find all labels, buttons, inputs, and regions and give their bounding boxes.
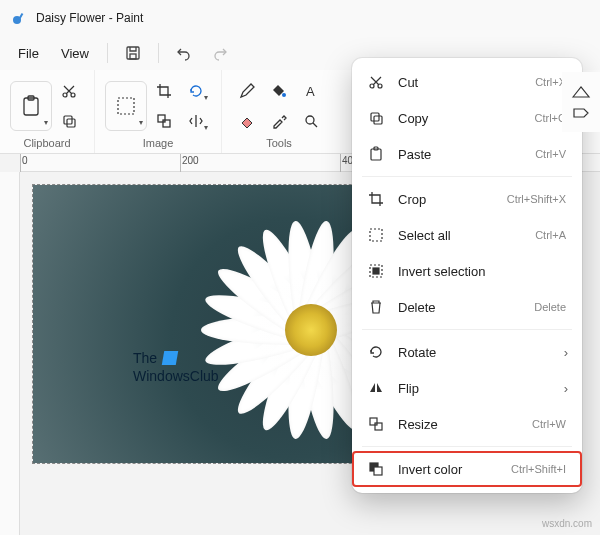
- text-tool[interactable]: A: [296, 77, 326, 105]
- context-menu-item-invcolor[interactable]: Invert colorCtrl+Shift+I: [352, 451, 582, 487]
- context-menu-label: Select all: [398, 228, 521, 243]
- context-menu-shortcut: Ctrl+Shift+I: [511, 463, 566, 475]
- context-menu-label: Delete: [398, 300, 520, 315]
- svg-rect-2: [127, 47, 139, 59]
- rotate-button[interactable]: ▾: [181, 77, 211, 105]
- crop-icon: [368, 191, 384, 207]
- triangle-shape-icon[interactable]: [571, 85, 591, 99]
- flip-button[interactable]: ▾: [181, 107, 211, 135]
- svg-rect-26: [375, 423, 382, 430]
- ruler-vertical: [0, 172, 20, 535]
- delete-icon: [368, 299, 384, 315]
- svg-rect-8: [64, 116, 72, 124]
- svg-rect-20: [371, 149, 381, 160]
- app-icon: [12, 10, 28, 26]
- zoom-tool[interactable]: [296, 107, 326, 135]
- resize-icon: [368, 416, 384, 432]
- context-menu-label: Rotate: [398, 345, 566, 360]
- context-menu-shortcut: Ctrl+V: [535, 148, 566, 160]
- menu-file[interactable]: File: [8, 40, 49, 67]
- ribbon-group-tools: A Tools: [222, 70, 336, 153]
- svg-rect-3: [130, 54, 136, 59]
- context-menu-item-delete[interactable]: DeleteDelete: [352, 289, 582, 325]
- context-menu-shortcut: Ctrl+Shift+X: [507, 193, 566, 205]
- context-menu-item-invsel[interactable]: Invert selection: [352, 253, 582, 289]
- ribbon-group-image: ▾ ▾ ▾ Image: [95, 70, 222, 153]
- context-menu-shortcut: Delete: [534, 301, 566, 313]
- svg-text:A: A: [306, 84, 315, 99]
- group-label-image: Image: [143, 137, 174, 151]
- pencil-tool[interactable]: [232, 77, 262, 105]
- paste-button[interactable]: ▾: [10, 81, 52, 131]
- context-menu-item-flip[interactable]: Flip: [352, 370, 582, 406]
- svg-rect-10: [118, 98, 134, 114]
- context-menu-shortcut: Ctrl+W: [532, 418, 566, 430]
- context-menu-item-crop[interactable]: CropCtrl+Shift+X: [352, 181, 582, 217]
- svg-rect-19: [374, 116, 382, 124]
- selectall-icon: [368, 227, 384, 243]
- cut-icon: [368, 74, 384, 90]
- svg-rect-24: [373, 268, 379, 274]
- context-menu-separator: [362, 329, 572, 330]
- resize-button[interactable]: [149, 107, 179, 135]
- eraser-tool[interactable]: [232, 107, 262, 135]
- context-menu-label: Invert color: [398, 462, 497, 477]
- context-menu-separator: [362, 176, 572, 177]
- copy-button[interactable]: [54, 107, 84, 135]
- title-bar: Daisy Flower - Paint: [0, 0, 600, 36]
- fill-tool[interactable]: [264, 77, 294, 105]
- context-menu-item-selectall[interactable]: Select allCtrl+A: [352, 217, 582, 253]
- context-menu-label: Invert selection: [398, 264, 566, 279]
- svg-rect-28: [374, 467, 382, 475]
- svg-rect-9: [67, 119, 75, 127]
- ribbon-group-clipboard: ▾ Clipboard: [0, 70, 95, 153]
- logo-square-icon: [162, 351, 178, 365]
- shapes-panel-partial: [562, 72, 600, 132]
- svg-rect-12: [163, 120, 170, 127]
- cut-button[interactable]: [54, 77, 84, 105]
- canvas[interactable]: The WindowsClub: [33, 185, 401, 463]
- pentagon-shape-icon[interactable]: [571, 105, 591, 119]
- context-menu-item-cut[interactable]: CutCtrl+X: [352, 64, 582, 100]
- copy-icon: [368, 110, 384, 126]
- context-menu-label: Copy: [398, 111, 521, 126]
- context-menu-label: Resize: [398, 417, 518, 432]
- context-menu-label: Crop: [398, 192, 493, 207]
- group-label-clipboard: Clipboard: [23, 137, 70, 151]
- svg-point-13: [282, 93, 286, 97]
- context-menu-shortcut: Ctrl+A: [535, 229, 566, 241]
- context-menu-item-paste[interactable]: PasteCtrl+V: [352, 136, 582, 172]
- context-menu-item-copy[interactable]: CopyCtrl+C: [352, 100, 582, 136]
- svg-point-15: [306, 116, 314, 124]
- save-button[interactable]: [116, 39, 150, 67]
- paste-icon: [368, 146, 384, 162]
- page-watermark: wsxdn.com: [542, 518, 592, 529]
- svg-rect-11: [158, 115, 165, 122]
- menu-view[interactable]: View: [51, 40, 99, 67]
- rotate-icon: [368, 344, 384, 360]
- context-menu-label: Cut: [398, 75, 521, 90]
- context-menu-item-resize[interactable]: ResizeCtrl+W: [352, 406, 582, 442]
- crop-button[interactable]: [149, 77, 179, 105]
- svg-rect-25: [370, 418, 377, 425]
- window-title: Daisy Flower - Paint: [36, 11, 143, 25]
- group-label-tools: Tools: [266, 137, 292, 151]
- context-menu-label: Flip: [398, 381, 566, 396]
- redo-button[interactable]: [203, 39, 237, 67]
- context-menu-separator: [362, 446, 572, 447]
- select-button[interactable]: ▾: [105, 81, 147, 131]
- context-menu-label: Paste: [398, 147, 521, 162]
- svg-rect-18: [371, 113, 379, 121]
- watermark-logo: The WindowsClub: [133, 350, 219, 385]
- context-menu: CutCtrl+XCopyCtrl+CPasteCtrl+VCropCtrl+S…: [352, 58, 582, 493]
- context-menu-item-rotate[interactable]: Rotate: [352, 334, 582, 370]
- menu-separator: [107, 43, 108, 63]
- menu-separator: [158, 43, 159, 63]
- picker-tool[interactable]: [264, 107, 294, 135]
- invcolor-icon: [368, 461, 384, 477]
- invsel-icon: [368, 263, 384, 279]
- undo-button[interactable]: [167, 39, 201, 67]
- selection-marquee[interactable]: The WindowsClub: [32, 184, 402, 464]
- flip-icon: [368, 380, 384, 396]
- svg-rect-22: [370, 229, 382, 241]
